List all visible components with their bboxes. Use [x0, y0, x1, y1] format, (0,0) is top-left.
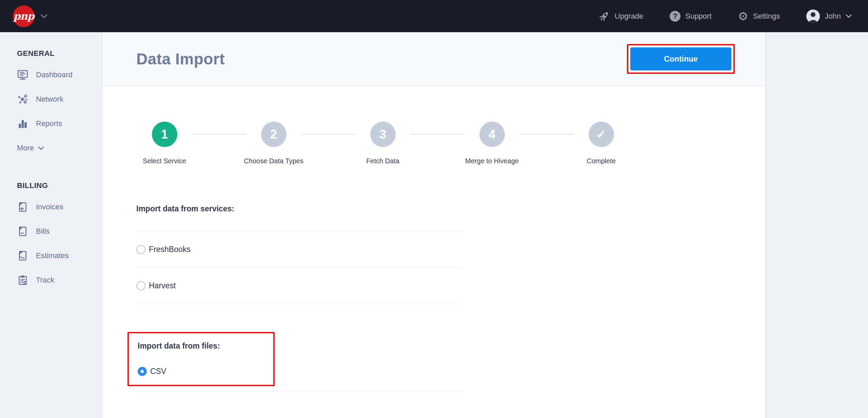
sidebar-item-reports[interactable]: Reports — [17, 111, 102, 136]
topnav: Upgrade ? Support ⚙ Settings John — [598, 9, 852, 23]
sidebar-item-more[interactable]: More — [17, 136, 102, 160]
step-circle-1: 1 — [152, 122, 177, 147]
brand-menu[interactable]: pnp — [13, 5, 47, 27]
radio-label: Harvest — [149, 281, 176, 290]
import-sections: Import data from services: FreshBooks Ha… — [102, 204, 462, 391]
document-tilde-icon — [17, 250, 28, 262]
csv-radio[interactable] — [138, 367, 147, 376]
sidebar-item-label: Track — [36, 276, 54, 285]
chevron-down-icon — [38, 146, 44, 150]
step-complete: ✓ Complete — [547, 122, 656, 165]
annotation-box-continue: Continue — [627, 44, 735, 74]
network-icon — [17, 93, 28, 105]
support-label: Support — [685, 12, 711, 21]
sidebar-item-network[interactable]: Network — [17, 87, 102, 111]
upgrade-button[interactable]: Upgrade — [598, 11, 643, 22]
sidebar-item-label: Invoices — [36, 203, 63, 211]
settings-button[interactable]: ⚙ Settings — [738, 11, 780, 22]
step-select-service: 1 Select Service — [110, 122, 219, 165]
sidebar-item-invoices[interactable]: Invoices — [17, 195, 102, 219]
page-title: Data Import — [136, 50, 225, 68]
step-circle-4: 4 — [479, 122, 505, 147]
user-menu[interactable]: John — [806, 9, 852, 23]
sidebar-section-general: GENERAL Dashboard — [17, 49, 102, 160]
chevron-down-icon — [846, 14, 852, 18]
bar-chart-icon — [17, 118, 28, 129]
annotation-box-files: Import data from files: CSV — [127, 332, 275, 386]
sidebar-item-label: Network — [36, 95, 63, 104]
radio-row-harvest[interactable]: Harvest — [136, 268, 462, 304]
continue-button[interactable]: Continue — [630, 47, 731, 70]
step-choose-data-types: 2 Choose Data Types — [219, 122, 328, 165]
logo[interactable]: pnp — [13, 5, 35, 27]
document-minus-icon — [17, 226, 28, 237]
services-section-heading: Import data from services: — [136, 204, 462, 213]
files-section-heading: Import data from files: — [138, 341, 273, 351]
sidebar-item-label: Bills — [36, 227, 50, 236]
logo-text: pnp — [14, 10, 34, 22]
user-name: John — [825, 12, 841, 21]
settings-label: Settings — [753, 12, 780, 21]
upgrade-label: Upgrade — [615, 12, 643, 21]
divider — [136, 304, 462, 304]
support-button[interactable]: ? Support — [670, 11, 711, 22]
gear-icon: ⚙ — [738, 11, 748, 22]
topbar: pnp Upgrade ? Supp — [0, 0, 868, 32]
step-label: Select Service — [143, 157, 186, 165]
content-panel: Data Import Continue 1 Select Service 2 … — [102, 32, 766, 418]
sidebar-section-billing: BILLING Invoices — [17, 181, 102, 292]
radio-row-freshbooks[interactable]: FreshBooks — [136, 231, 462, 267]
step-label: Fetch Data — [366, 157, 399, 165]
radio-label: FreshBooks — [149, 245, 191, 254]
rocket-icon — [598, 11, 610, 22]
step-label: Choose Data Types — [244, 157, 303, 165]
import-stepper: 1 Select Service 2 Choose Data Types 3 F… — [102, 122, 766, 165]
monitor-icon — [17, 69, 28, 81]
step-label: Complete — [587, 157, 616, 165]
step-circle-3: 3 — [370, 122, 396, 147]
document-plus-icon — [17, 201, 28, 213]
chevron-down-icon — [41, 14, 47, 18]
sidebar-item-dashboard[interactable]: Dashboard — [17, 63, 102, 87]
sidebar-item-estimates[interactable]: Estimates — [17, 244, 102, 268]
freshbooks-radio[interactable] — [136, 245, 145, 254]
section-title-billing: BILLING — [17, 181, 102, 190]
sidebar-more-label: More — [17, 144, 34, 152]
right-gutter — [766, 32, 868, 418]
radio-label: CSV — [150, 367, 166, 376]
step-fetch-data: 3 Fetch Data — [328, 122, 437, 165]
step-circle-check-icon: ✓ — [589, 122, 614, 147]
radio-row-csv[interactable]: CSV — [138, 367, 273, 376]
step-label: Merge to Hiveage — [465, 157, 519, 165]
sidebar-item-track[interactable]: Track — [17, 268, 102, 292]
sidebar-item-bills[interactable]: Bills — [17, 219, 102, 244]
step-merge-to-hiveage: 4 Merge to Hiveage — [437, 122, 547, 165]
help-icon: ? — [670, 11, 680, 22]
page-header: Data Import Continue — [102, 32, 766, 86]
clipboard-check-icon — [17, 274, 28, 286]
sidebar-item-label: Dashboard — [36, 70, 73, 79]
divider — [136, 391, 462, 391]
sidebar: GENERAL Dashboard — [0, 32, 102, 418]
harvest-radio[interactable] — [136, 281, 145, 290]
section-title-general: GENERAL — [17, 49, 102, 58]
avatar — [806, 9, 820, 23]
step-circle-2: 2 — [261, 122, 287, 147]
sidebar-item-label: Reports — [36, 119, 62, 128]
sidebar-item-label: Estimates — [36, 251, 69, 260]
